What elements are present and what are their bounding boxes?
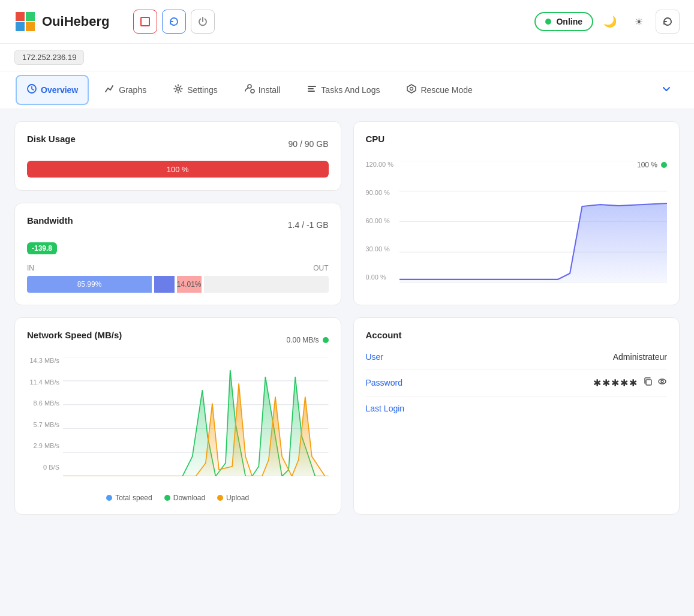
stop-icon — [140, 16, 151, 27]
cpu-header: CPU — [366, 134, 668, 154]
net-y-1: 14.3 MB/s — [27, 357, 59, 364]
rescue-icon — [406, 83, 417, 97]
network-speed-card: Network Speed (MB/s) 0.00 MB/s 14.3 MB/s… — [14, 317, 341, 515]
nav-settings[interactable]: Settings — [162, 75, 229, 105]
total-legend-label: Total speed — [115, 494, 152, 502]
svg-rect-11 — [308, 91, 315, 92]
bw-in-label: IN — [27, 264, 34, 272]
restart-button[interactable] — [162, 10, 186, 34]
user-value: Administrateur — [613, 352, 667, 362]
nav-overview-label: Overview — [41, 85, 78, 95]
total-legend-dot — [106, 495, 112, 501]
cpu-chart-area: 100 % 120.00 % 90.00 % 60.00 % 30.00 % 0… — [366, 161, 668, 293]
cpu-y-30: 30.00 % — [366, 245, 399, 253]
password-stars: ✱✱✱✱✱ — [593, 377, 638, 389]
theme-light-button[interactable]: ☀ — [627, 10, 651, 34]
cpu-y-60: 60.00 % — [366, 217, 399, 224]
cpu-card: CPU 100 % 120.00 % 90.00 % 60.00 % 30.00… — [353, 121, 680, 305]
disk-usage-card: Disk Usage 90 / 90 GB 100 % — [14, 121, 341, 191]
overview-icon — [26, 83, 37, 97]
network-status-dot — [323, 337, 329, 343]
nav-settings-label: Settings — [187, 85, 218, 95]
nav-install[interactable]: Install — [233, 75, 292, 105]
download-legend-dot — [164, 495, 170, 501]
svg-point-7 — [248, 85, 251, 88]
network-chart-area: 14.3 MB/s 11.4 MB/s 8.6 MB/s 5.7 MB/s 2.… — [27, 357, 329, 489]
net-y-3: 8.6 MB/s — [27, 399, 59, 407]
copy-password-button[interactable] — [643, 377, 653, 389]
bandwidth-title: Bandwidth — [27, 215, 73, 226]
windows-icon — [14, 11, 36, 32]
nav-rescue[interactable]: Rescue Mode — [395, 75, 483, 105]
bandwidth-bars: 85.99% 14.01% — [27, 276, 329, 293]
svg-rect-10 — [308, 88, 314, 89]
bw-in-dark — [154, 276, 175, 293]
nav-more-button[interactable] — [653, 76, 680, 105]
bw-in-pct: 85.99% — [77, 280, 102, 289]
account-password-row: Password ✱✱✱✱✱ — [366, 369, 668, 396]
password-value: ✱✱✱✱✱ — [593, 377, 667, 389]
net-y-2: 11.4 MB/s — [27, 378, 59, 386]
header-right: Online 🌙 ☀ — [534, 10, 680, 34]
bandwidth-tag: -139.8 — [27, 242, 329, 264]
cpu-y-0: 0.00 % — [366, 274, 399, 281]
account-card: Account User Administrateur Password ✱✱✱… — [353, 317, 680, 515]
user-label: User — [366, 352, 384, 362]
svg-rect-2 — [16, 22, 25, 31]
cpu-chart-svg — [399, 161, 668, 283]
content-grid: Disk Usage 90 / 90 GB 100 % CPU 100 % 12… — [0, 109, 694, 527]
svg-point-25 — [659, 379, 666, 384]
svg-point-26 — [661, 380, 663, 383]
legend-total: Total speed — [106, 494, 152, 502]
disk-bar-container: 100 % — [27, 161, 329, 178]
disk-value: 90 / 90 GB — [289, 139, 329, 149]
logo: OuiHeberg — [14, 11, 109, 32]
nav-install-label: Install — [259, 85, 281, 95]
last-login-label: Last Login — [366, 404, 405, 413]
nav-graphs[interactable]: Graphs — [94, 75, 157, 105]
status-dot — [545, 19, 551, 25]
refresh-icon — [662, 16, 673, 27]
disk-percent: 100 % — [167, 165, 189, 174]
legend-upload: Upload — [217, 494, 249, 502]
svg-point-12 — [410, 88, 413, 91]
bw-out-bar: 14.01% — [177, 276, 202, 293]
disk-title: Disk Usage — [27, 134, 76, 144]
show-password-button[interactable] — [657, 377, 667, 389]
nav-graphs-label: Graphs — [119, 85, 146, 95]
upload-legend-label: Upload — [226, 494, 249, 502]
network-chart-svg — [63, 357, 329, 476]
svg-rect-0 — [16, 12, 25, 21]
disk-bar-fill: 100 % — [27, 161, 329, 178]
global-refresh-button[interactable] — [656, 10, 680, 34]
bandwidth-card: Bandwidth 1.4 / -1 GB -139.8 IN OUT 85.9… — [14, 203, 341, 306]
bw-in-bar: 85.99% — [27, 276, 152, 293]
settings-icon — [173, 83, 184, 97]
download-legend-label: Download — [173, 494, 205, 502]
theme-dark-button[interactable]: 🌙 — [598, 10, 622, 34]
network-legend: Total speed Download Upload — [27, 494, 329, 502]
net-y-6: 0 B/S — [27, 464, 59, 471]
net-y-5: 2.9 MB/s — [27, 442, 59, 449]
nav: Overview Graphs Settings Install Tasks A… — [0, 71, 694, 109]
svg-rect-3 — [26, 22, 35, 31]
install-icon — [244, 83, 255, 97]
chevron-down-icon — [660, 83, 672, 95]
legend-download: Download — [164, 494, 205, 502]
ip-address: 172.252.236.19 — [14, 50, 84, 65]
nav-rescue-label: Rescue Mode — [420, 85, 472, 95]
nav-tasks[interactable]: Tasks And Logs — [296, 75, 390, 105]
status-badge: Online — [534, 12, 593, 31]
svg-rect-1 — [26, 12, 35, 21]
nav-overview[interactable]: Overview — [16, 75, 89, 105]
header-actions — [133, 10, 215, 34]
account-user-row: User Administrateur — [366, 345, 668, 369]
header: OuiHeberg Online 🌙 ☀ — [0, 0, 694, 44]
account-lastlogin-row: Last Login — [366, 396, 668, 420]
cpu-y-120: 120.00 % — [366, 161, 399, 168]
bw-out-pct: 14.01% — [177, 280, 202, 289]
stop-button[interactable] — [133, 10, 157, 34]
network-current: 0.00 MB/s — [286, 336, 319, 344]
account-title: Account — [366, 330, 668, 340]
power-button[interactable] — [191, 10, 215, 34]
